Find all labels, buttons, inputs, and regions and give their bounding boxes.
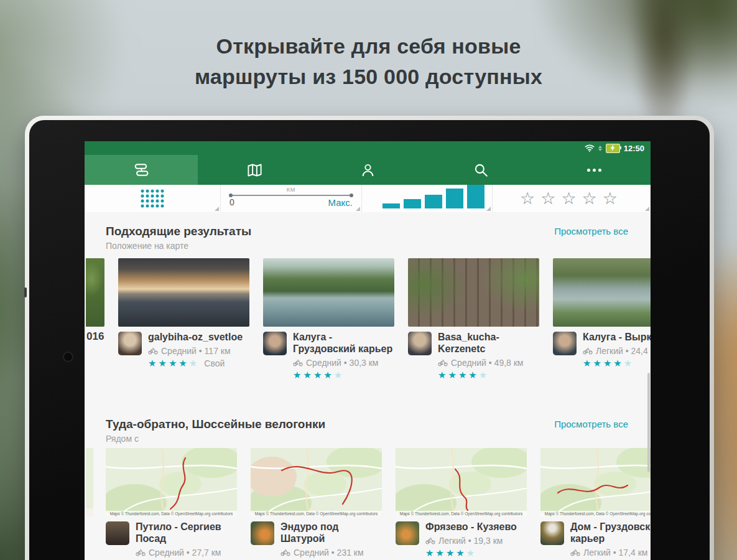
route-name[interactable]: galybiha-oz_svetloe <box>148 332 243 343</box>
route-meta: Средний • 49,8 км <box>438 358 539 368</box>
partial-map-thumb[interactable] <box>86 448 93 516</box>
user-avatar[interactable] <box>408 332 432 355</box>
route-photo-thumb[interactable] <box>408 258 539 327</box>
route-name[interactable]: Калуга - Вырка <box>583 332 651 343</box>
user-avatar[interactable] <box>396 521 419 545</box>
filter-surface-type[interactable] <box>85 185 221 212</box>
route-card: Maps © Thunderforest.com, Data © OpenStr… <box>540 448 651 560</box>
star-filled-icon: ★ <box>448 370 458 380</box>
scrollbar[interactable] <box>647 373 650 472</box>
tab-profile[interactable] <box>311 155 424 185</box>
route-map-thumb[interactable]: Maps © Thunderforest.com, Data © OpenStr… <box>540 448 651 516</box>
filter-elevation[interactable] <box>362 185 493 212</box>
route-difficulty-distance: Легкий • 24,4 км <box>596 346 651 356</box>
user-avatar[interactable] <box>106 521 129 545</box>
see-all-link[interactable]: Просмотреть все <box>554 226 628 236</box>
slider-track[interactable] <box>229 195 353 196</box>
route-map-thumb[interactable]: Maps © Thunderforest.com, Data © OpenStr… <box>251 448 382 516</box>
star-filled-icon: ★ <box>148 358 158 368</box>
route-difficulty-distance: Средний • 27,7 км <box>149 548 221 558</box>
tablet-device: 12:50 <box>25 116 714 560</box>
star-filled-icon: ★ <box>169 358 178 368</box>
app-screen: 12:50 <box>85 141 651 560</box>
route-name[interactable]: Путило - Сергиев Посад <box>136 521 239 545</box>
route-photo-thumb[interactable] <box>118 258 249 327</box>
section-roundtrip-header: Туда-обратно, Шоссейные велогонки Рядом … <box>106 418 628 444</box>
user-avatar[interactable] <box>118 332 142 355</box>
clock-time: 12:50 <box>624 144 644 153</box>
route-map-thumb[interactable]: Maps © Thunderforest.com, Data © OpenStr… <box>106 448 237 516</box>
star-empty-icon: ★ <box>624 358 634 368</box>
nav-tabs <box>85 155 651 185</box>
route-name[interactable]: Фрязево - Кузяево <box>425 521 517 533</box>
route-card-text: Дом - Груздовский карьерЛегкий • 17,4 км… <box>570 521 651 560</box>
route-meta: Средний • 231 км <box>280 548 384 558</box>
star-empty-icon: ★ <box>479 370 489 380</box>
route-card-info: Калуга - ВыркаЛегкий • 24,4 км★★★★★ <box>553 332 651 369</box>
slider-handle-min[interactable] <box>229 194 233 197</box>
user-avatar[interactable] <box>553 332 577 355</box>
rating-stars-empty[interactable]: ☆☆☆☆☆ <box>493 189 651 208</box>
route-name[interactable]: Калуга - Груздовский карьер <box>293 332 394 355</box>
route-meta: Средний • 27,7 км <box>136 548 239 558</box>
tab-more[interactable] <box>537 155 651 185</box>
map-attribution: Maps © Thunderforest.com, Data © OpenStr… <box>106 511 237 516</box>
signpost-icon <box>132 161 150 179</box>
results-content: Подходящие результаты Положение на карте… <box>85 212 651 560</box>
star-filled-icon: ★ <box>313 370 323 380</box>
route-card: Basa_kucha-KerzenetcСредний • 49,8 км★★★… <box>408 258 539 381</box>
filter-distance[interactable]: КМ 0 Макс. <box>221 185 362 212</box>
user-avatar[interactable] <box>540 521 564 545</box>
hero-title: Открывайте для себя новые маршруты из 15… <box>0 31 737 92</box>
user-avatar[interactable] <box>251 521 274 545</box>
route-card: Maps © Thunderforest.com, Data © OpenStr… <box>251 448 384 560</box>
section-matching-results-header: Подходящие результаты Положение на карте… <box>106 225 628 251</box>
user-avatar[interactable] <box>263 332 287 355</box>
route-name[interactable]: Basa_kucha-Kerzenetc <box>438 332 539 355</box>
tab-routes[interactable] <box>85 155 198 185</box>
distance-range-slider[interactable]: КМ 0 Макс. <box>229 187 353 208</box>
route-rating: ★★★★★ <box>583 358 651 369</box>
bicycle-icon <box>425 536 435 544</box>
filter-bar: КМ 0 Макс. ☆☆☆☆☆ <box>85 185 651 213</box>
route-card-info: Basa_kucha-KerzenetcСредний • 49,8 км★★★… <box>408 332 539 381</box>
route-meta: Средний • 117 км <box>148 346 243 356</box>
route-card-info: Эндуро под ШатуройСредний • 231 км★★★★★ <box>251 521 384 560</box>
star-filled-icon: ★ <box>293 370 303 380</box>
tab-map[interactable] <box>198 155 311 185</box>
distance-max-value: Макс. <box>328 197 353 208</box>
partial-route-photo[interactable] <box>86 258 104 327</box>
filter-rating[interactable]: ☆☆☆☆☆ <box>493 185 651 212</box>
map-attribution: Maps © Thunderforest.com, Data © OpenStr… <box>540 511 651 516</box>
corner-fold-icon <box>356 207 360 211</box>
route-meta: Легкий • 19,3 км <box>425 536 517 546</box>
section-subtitle: Рядом с <box>106 434 325 444</box>
route-difficulty-distance: Легкий • 19,3 км <box>438 536 503 546</box>
distance-min-value: 0 <box>229 197 234 208</box>
star-filled-icon: ★ <box>456 548 466 558</box>
route-card: Maps © Thunderforest.com, Data © OpenStr… <box>396 448 529 559</box>
route-map-thumb[interactable]: Maps © Thunderforest.com, Data © OpenStr… <box>396 448 527 516</box>
route-rating: ★★★★★ <box>438 370 539 381</box>
route-name[interactable]: Эндуро под Шатурой <box>280 521 384 545</box>
route-photo-thumb[interactable] <box>263 258 394 327</box>
wifi-icon <box>585 144 595 152</box>
route-card-info: galybiha-oz_svetloeСредний • 117 км★★★★★… <box>118 332 249 369</box>
see-all-link[interactable]: Просмотреть все <box>554 419 628 429</box>
route-photo-thumb[interactable] <box>553 258 651 327</box>
route-name[interactable]: Дом - Груздовский карьер <box>570 521 651 545</box>
bicycle-icon <box>293 358 303 366</box>
slider-handle-max[interactable] <box>350 194 353 197</box>
corner-fold-icon <box>645 207 649 211</box>
route-meta: Средний • 30,3 км <box>293 358 394 368</box>
map-attribution: Maps © Thunderforest.com, Data © OpenStr… <box>396 511 527 516</box>
star-filled-icon: ★ <box>446 548 456 558</box>
star-filled-icon: ★ <box>323 370 333 380</box>
route-card: Калуга - ВыркаЛегкий • 24,4 км★★★★★ <box>553 258 651 369</box>
status-bar: 12:50 <box>585 141 644 155</box>
tab-search[interactable] <box>424 155 537 185</box>
person-icon <box>359 162 376 179</box>
map-icon <box>246 162 263 179</box>
distance-unit-label: КМ <box>229 187 353 193</box>
star-filled-icon: ★ <box>303 370 313 380</box>
